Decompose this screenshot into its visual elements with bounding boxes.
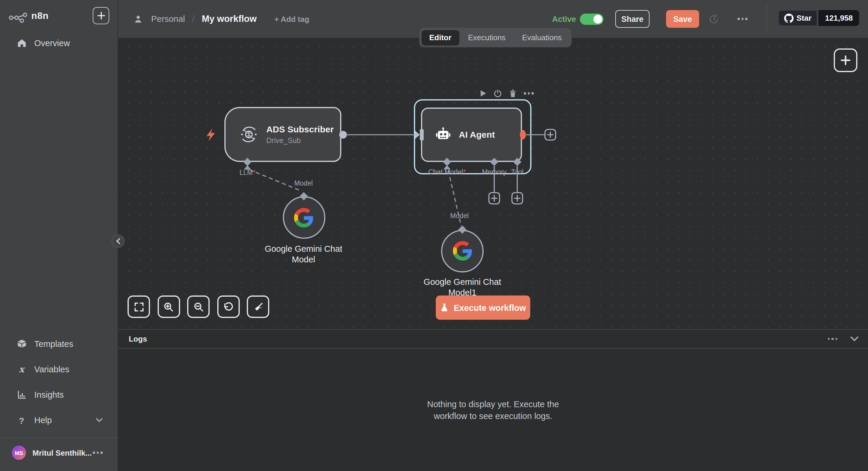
node-subtitle: Drive_Sub <box>266 137 334 145</box>
github-star-button[interactable]: Star <box>778 10 817 26</box>
logs-empty-message: Nothing to display yet. Execute the work… <box>427 398 559 422</box>
new-workflow-button[interactable] <box>93 7 109 24</box>
port-label-tool: Tool <box>505 169 529 176</box>
chevron-left-icon <box>116 238 120 244</box>
sidebar-item-templates[interactable]: Templates <box>0 336 118 352</box>
topbar-divider <box>767 5 767 33</box>
sidebar-item-label: Variables <box>34 364 69 374</box>
sidebar-item-label: Templates <box>34 339 73 349</box>
sidebar-item-label: Overview <box>34 38 70 48</box>
brand-name: n8n <box>31 11 49 21</box>
chevron-down-icon <box>96 418 103 422</box>
add-memory-button[interactable] <box>489 193 500 204</box>
zoom-out-button[interactable] <box>187 295 210 318</box>
history-icon[interactable] <box>709 13 719 24</box>
power-icon[interactable] <box>494 89 502 97</box>
breadcrumb: Personal / My workflow + Add tag <box>134 0 309 38</box>
person-icon <box>134 14 142 23</box>
connection-label-model: Model <box>442 212 477 219</box>
github-star-label: Star <box>797 13 812 23</box>
tab-executions[interactable]: Executions <box>460 30 513 45</box>
save-button[interactable]: Save <box>666 10 699 28</box>
execute-workflow-button[interactable]: Execute workflow <box>436 295 530 320</box>
sidebar: n8n Overview Templates x Variables Insig… <box>0 0 118 471</box>
breadcrumb-project[interactable]: Personal <box>151 14 185 24</box>
execute-workflow-label: Execute workflow <box>454 303 526 312</box>
collapse-sidebar-button[interactable] <box>112 235 125 247</box>
chevron-down-icon[interactable] <box>850 336 859 342</box>
fit-view-button[interactable] <box>128 295 150 318</box>
sidebar-item-overview[interactable]: Overview <box>0 35 118 51</box>
canvas-controls <box>128 295 269 318</box>
toggle-knob <box>593 15 602 24</box>
add-tool-button[interactable] <box>512 193 523 204</box>
n8n-logo-icon <box>9 12 29 23</box>
tab-editor[interactable]: Editor <box>422 30 459 45</box>
logs-title: Logs <box>129 334 147 343</box>
logs-panel-header[interactable]: Logs <box>118 329 868 349</box>
plus-icon <box>840 55 851 66</box>
app-window: n8n Overview Templates x Variables Insig… <box>0 0 868 471</box>
node-gemini-chat-model[interactable] <box>283 196 325 239</box>
node-title: AI Agent <box>459 129 495 140</box>
trash-icon[interactable] <box>509 89 517 97</box>
avatar[interactable]: MS <box>12 446 26 460</box>
variables-icon: x <box>17 364 27 375</box>
logs-options-icon[interactable] <box>828 338 837 340</box>
port-label-llm: LLM* <box>230 169 265 176</box>
sidebar-item-label: Insights <box>34 390 64 400</box>
robot-icon <box>435 126 452 143</box>
google-icon <box>453 241 472 261</box>
user-options-icon[interactable] <box>93 452 102 454</box>
box-icon <box>17 339 27 349</box>
bar-chart-icon <box>17 390 27 400</box>
sidebar-divider <box>0 437 118 438</box>
github-star-widget[interactable]: Star 121,958 <box>778 10 860 26</box>
tidy-up-button[interactable] <box>247 295 269 318</box>
node-title: ADS Subscriber <box>266 124 334 135</box>
flask-icon <box>440 303 449 312</box>
view-tabs: Editor Executions Evaluations <box>419 28 572 47</box>
add-tag-button[interactable]: + Add tag <box>274 14 309 23</box>
reset-zoom-button[interactable] <box>217 295 240 318</box>
node-label-gemini-model: Google Gemini ChatModel <box>256 243 351 265</box>
sidebar-item-variables[interactable]: x Variables <box>0 361 118 378</box>
workflow-canvas[interactable]: ADS Subscriber Drive_Sub AI Agent <box>118 38 868 329</box>
plus-icon <box>97 12 105 20</box>
home-icon <box>17 38 27 48</box>
github-icon <box>784 13 794 23</box>
trigger-lightning-icon <box>207 128 215 141</box>
breadcrumb-separator: / <box>190 13 197 24</box>
tab-evaluations[interactable]: Evaluations <box>514 30 569 45</box>
connection-label-model: Model <box>286 180 321 187</box>
google-icon <box>294 208 314 227</box>
user-name: Mritul Senthilk... <box>32 448 92 457</box>
sync-brain-icon <box>239 125 259 144</box>
logs-panel-body: Nothing to display yet. Execute the work… <box>118 349 868 471</box>
github-star-count: 121,958 <box>819 10 860 26</box>
zoom-in-button[interactable] <box>157 295 180 318</box>
node-gemini-chat-model1[interactable] <box>441 230 484 272</box>
node-ads-subscriber[interactable]: ADS Subscriber Drive_Sub <box>224 107 341 162</box>
sidebar-item-insights[interactable]: Insights <box>0 386 118 403</box>
node-ai-agent[interactable]: AI Agent <box>421 108 522 162</box>
add-next-node-button[interactable] <box>545 129 556 140</box>
workflow-menu-icon[interactable] <box>738 18 747 20</box>
active-toggle[interactable] <box>580 13 603 25</box>
workflow-title[interactable]: My workflow <box>202 13 256 24</box>
question-icon: ? <box>17 415 27 425</box>
port-label-chat-model: Chat Model* <box>423 169 471 176</box>
sidebar-item-label: Help <box>34 415 52 425</box>
play-icon[interactable] <box>480 90 487 97</box>
share-button[interactable]: Share <box>615 10 650 28</box>
sidebar-item-help[interactable]: ? Help <box>0 412 118 429</box>
node-toolbar <box>480 89 533 97</box>
node-options-icon[interactable] <box>524 92 533 94</box>
user-menu[interactable]: MS Mritul Senthilk... <box>0 444 118 461</box>
node-label-gemini-model1: Google Gemini ChatModel1 <box>415 276 509 298</box>
add-node-button[interactable] <box>834 49 857 72</box>
avatar-initials: MS <box>15 449 23 456</box>
